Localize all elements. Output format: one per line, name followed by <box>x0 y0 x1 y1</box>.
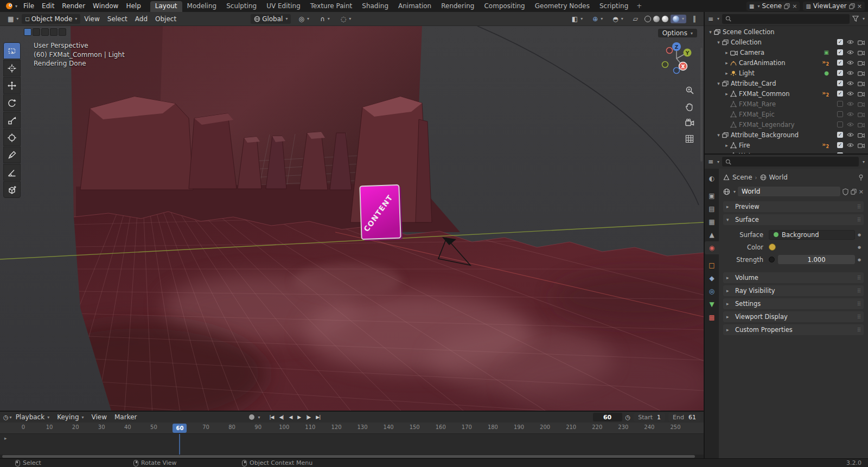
workspace-tab-compositing[interactable]: Compositing <box>479 1 529 12</box>
properties-tab-data[interactable]: ▼ <box>705 298 719 311</box>
jump-to-start-button[interactable]: |◀ <box>267 414 277 420</box>
menu-window[interactable]: Window <box>89 2 122 10</box>
strength-field[interactable]: 1.000 <box>778 255 855 264</box>
workspace-tab-scripting[interactable]: Scripting <box>595 1 633 12</box>
play-reverse-button[interactable]: ◀ <box>286 414 295 420</box>
jump-to-end-button[interactable]: ▶| <box>313 414 323 420</box>
snap-toggle[interactable]: ∩▾ <box>317 14 333 24</box>
tool-cursor[interactable] <box>3 60 21 76</box>
zoom-icon[interactable] <box>684 85 695 95</box>
camera-view-icon[interactable] <box>684 117 695 128</box>
select-mode-button[interactable] <box>33 28 40 36</box>
outliner-search-input[interactable] <box>722 14 850 24</box>
fake-user-icon[interactable] <box>843 188 848 195</box>
disable-render-icon[interactable] <box>858 60 865 66</box>
properties-tab-physics[interactable]: ◎ <box>705 285 719 298</box>
outliner-row-fxmat-legendary[interactable]: FXMat_Legendary <box>705 119 868 130</box>
disable-render-icon[interactable] <box>858 71 865 76</box>
disable-render-icon[interactable] <box>858 91 865 97</box>
properties-editor-icon[interactable]: ≡ <box>708 158 713 165</box>
workspace-tab-uv-editing[interactable]: UV Editing <box>261 1 305 12</box>
panel-header-custom-properties[interactable]: ▸Custom Properties⠿ <box>723 324 864 335</box>
disable-render-icon[interactable] <box>858 101 865 107</box>
proportional-editing-dropdown[interactable]: ◌▾ <box>337 14 355 24</box>
outliner-editor-icon[interactable]: ≡ <box>708 15 713 23</box>
exclude-checkbox[interactable]: ✓ <box>837 70 843 76</box>
properties-tab-view-layer[interactable]: ▦ <box>705 215 719 228</box>
pause-button[interactable]: ‖ <box>690 14 699 24</box>
hide-eye-icon[interactable] <box>847 122 854 127</box>
tool-move[interactable] <box>3 77 21 94</box>
panel-header-viewport-display[interactable]: ▸Viewport Display⠿ <box>723 311 864 322</box>
auto-keying-button[interactable] <box>249 414 254 420</box>
channels-expand-icon[interactable]: ▸ <box>4 436 7 441</box>
surface-shader-button[interactable]: Background <box>769 230 855 240</box>
viewport-canvas[interactable]: CONTENT User Perspective (60) FXMat_Comm… <box>0 26 704 411</box>
breadcrumb-scene[interactable]: Scene <box>732 174 752 181</box>
exclude-checkbox[interactable] <box>837 111 843 117</box>
exclude-checkbox[interactable] <box>837 101 843 107</box>
world-datablock-icon[interactable] <box>723 188 730 195</box>
timeline-menu-keying[interactable]: Keying▾ <box>53 413 87 421</box>
panel-header-settings[interactable]: ▸Settings⠿ <box>723 298 864 309</box>
workspace-tab-shading[interactable]: Shading <box>357 1 393 12</box>
hide-eye-icon[interactable] <box>847 40 854 44</box>
outliner-row-light[interactable]: ▸Light●✓ <box>705 68 868 78</box>
disable-render-icon[interactable] <box>858 122 865 127</box>
disable-render-icon[interactable] <box>858 112 865 117</box>
hide-eye-icon[interactable] <box>847 60 854 65</box>
exclude-checkbox[interactable]: ✓ <box>837 142 843 148</box>
viewport-menu-view[interactable]: View <box>80 14 103 24</box>
tool-rotate[interactable] <box>3 94 21 111</box>
outliner-row-fire[interactable]: ▸Fire»2✓ <box>705 140 868 150</box>
panel-header-volume[interactable]: ▸Volume⠿ <box>723 272 864 283</box>
properties-tab-material[interactable]: ▩ <box>705 311 719 324</box>
editor-type-button[interactable]: ▦▾ <box>4 14 22 24</box>
remove-viewlayer-icon[interactable]: × <box>857 3 862 10</box>
outliner-row-camera[interactable]: ▸Camera▣✓ <box>705 47 868 57</box>
timeline-ruler[interactable]: 60 0102030405060708090100110120130140150… <box>0 423 704 434</box>
outliner-row-cardanimation[interactable]: ▸CardAnimation»2✓ <box>705 57 868 68</box>
add-workspace-button[interactable]: + <box>633 1 645 12</box>
new-scene-icon[interactable] <box>784 3 790 9</box>
new-datablock-icon[interactable] <box>851 189 857 195</box>
hide-eye-icon[interactable] <box>847 91 854 96</box>
workspace-tab-texture-paint[interactable]: Texture Paint <box>305 1 357 12</box>
exclude-checkbox[interactable]: ✓ <box>837 91 843 97</box>
current-frame-field[interactable]: 60 <box>593 413 622 421</box>
select-mode-button[interactable] <box>24 28 31 36</box>
object-visibility-dropdown[interactable]: ◧▾ <box>569 14 586 24</box>
frame-start-field[interactable]: Start1 <box>634 413 665 421</box>
workspace-tab-modeling[interactable]: Modeling <box>182 1 222 12</box>
outliner-row-fxmat-rare[interactable]: FXMat_Rare <box>705 99 868 109</box>
rendered-shading-button[interactable]: ▾ <box>671 15 686 23</box>
properties-tab-tool[interactable]: ◐ <box>705 172 719 185</box>
panel-header-surface[interactable]: ▾Surface⠿ <box>723 214 864 225</box>
frame-end-field[interactable]: End61 <box>668 413 700 421</box>
viewport-menu-add[interactable]: Add <box>131 14 151 24</box>
workspace-tab-rendering[interactable]: Rendering <box>436 1 479 12</box>
select-mode-button[interactable] <box>59 28 66 36</box>
pin-icon[interactable] <box>858 174 864 181</box>
menu-render[interactable]: Render <box>58 2 89 10</box>
exclude-checkbox[interactable]: ✓ <box>837 60 843 66</box>
new-viewlayer-icon[interactable] <box>849 3 855 9</box>
jump-to-prev-keyframe-button[interactable]: ◀| <box>276 414 286 420</box>
xray-toggle[interactable]: ▱ <box>630 14 641 24</box>
timeline-editor-icon[interactable]: ◷ <box>3 414 9 421</box>
material-shading-button[interactable] <box>662 16 668 22</box>
current-frame-marker[interactable]: 60 <box>173 424 187 433</box>
unlink-scene-icon[interactable]: × <box>792 3 797 10</box>
viewport-menu-object[interactable]: Object <box>151 14 180 24</box>
panel-header-preview[interactable]: ▸Preview⠿ <box>723 201 864 212</box>
color-swatch[interactable] <box>769 244 776 251</box>
blender-logo-icon[interactable]: ▾ <box>3 2 20 10</box>
disable-render-icon[interactable] <box>858 40 865 45</box>
tool-measure[interactable] <box>3 164 21 181</box>
orthographic-toggle-icon[interactable] <box>684 133 695 144</box>
world-name-field[interactable]: World <box>738 187 840 196</box>
viewport-scrollbar[interactable] <box>700 48 703 162</box>
scene-selector[interactable]: ▦ ▾ Scene × <box>746 2 800 11</box>
overlays-dropdown[interactable]: ◓▾ <box>609 14 627 24</box>
hide-eye-icon[interactable] <box>847 81 854 86</box>
